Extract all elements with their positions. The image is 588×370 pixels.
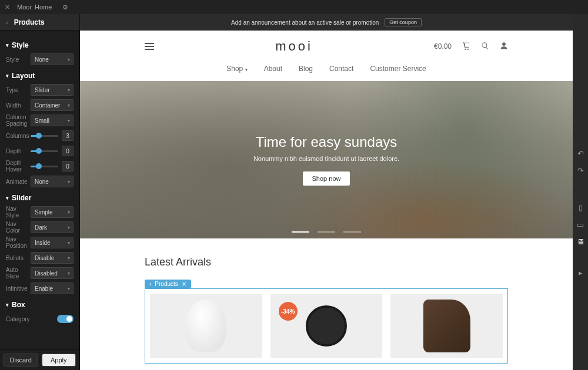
right-toolbar: ↶ ↷ ▯ ▭ 🖥 ▸: [573, 14, 588, 370]
apply-button[interactable]: Apply: [42, 354, 76, 366]
product-image: [306, 305, 347, 347]
product-image: [185, 300, 226, 352]
select-animate[interactable]: None: [31, 176, 74, 187]
depth-value[interactable]: 0: [62, 146, 74, 156]
label-width: Width: [6, 102, 31, 109]
hero-title: Time for easy sundays: [256, 134, 397, 150]
cart-icon[interactable]: [462, 42, 470, 52]
select-type[interactable]: Slider: [31, 84, 74, 96]
device-mobile-icon[interactable]: ▯: [579, 203, 583, 212]
products-grid[interactable]: -34%: [145, 288, 508, 364]
select-bullets[interactable]: Disable: [31, 252, 74, 264]
slider-depth-hover[interactable]: [31, 166, 58, 167]
label-style: Style: [6, 56, 31, 63]
search-icon[interactable]: [481, 42, 489, 52]
columns-value[interactable]: 3: [62, 130, 74, 141]
label-category: Category: [6, 316, 31, 322]
back-icon[interactable]: ‹: [6, 19, 8, 26]
label-nav-color: Nav Color: [6, 221, 31, 234]
depth-hover-value[interactable]: 0: [62, 161, 74, 171]
shop-now-button[interactable]: Shop now: [303, 171, 350, 186]
caret-down-icon: ▾: [6, 42, 9, 48]
label-animate: Animate: [6, 179, 31, 185]
select-nav-position[interactable]: Inside: [31, 237, 74, 248]
label-nav-position: Nav Position: [6, 236, 31, 249]
select-style[interactable]: None: [31, 53, 74, 65]
product-card[interactable]: -34%: [270, 294, 383, 358]
label-depth-hover: Depth Hover: [6, 160, 31, 173]
collapse-icon[interactable]: ▸: [579, 268, 583, 277]
chevron-left-icon: ‹: [149, 281, 151, 287]
slider-pagination[interactable]: [292, 231, 361, 233]
caret-down-icon: ▾: [6, 195, 9, 201]
select-width[interactable]: Container: [31, 99, 74, 111]
announcement-bar: Add an announcement about an active sale…: [80, 14, 573, 31]
site-logo[interactable]: mooi: [275, 39, 313, 54]
device-tablet-icon[interactable]: ▭: [577, 220, 584, 229]
nav-customer-service[interactable]: Customer Service: [370, 65, 426, 73]
caret-down-icon: ▾: [6, 302, 9, 308]
select-col-spacing[interactable]: Small: [31, 115, 74, 126]
hero-slider[interactable]: Time for easy sundays Nonummy nibh euism…: [80, 81, 573, 238]
announcement-text: Add an announcement about an active sale…: [231, 19, 379, 26]
discard-button[interactable]: Discard: [4, 354, 38, 366]
coupon-button[interactable]: Get coupon: [385, 18, 422, 26]
products-element-tag[interactable]: ‹Products✕: [145, 280, 191, 288]
discount-badge: -34%: [279, 302, 298, 321]
latest-arrivals-heading: Latest Arrivals: [145, 256, 508, 268]
menu-icon[interactable]: [145, 43, 154, 50]
account-icon[interactable]: [500, 42, 508, 52]
product-image: [423, 300, 470, 352]
select-auto-slide[interactable]: Disabled: [31, 267, 74, 279]
select-infinitive[interactable]: Enable: [31, 282, 74, 294]
section-box[interactable]: ▾Box: [6, 301, 74, 309]
product-card[interactable]: [150, 294, 262, 358]
chevron-down-icon: ▾: [245, 67, 248, 72]
label-depth: Depth: [6, 148, 31, 154]
gear-icon[interactable]: ⚙: [62, 4, 68, 11]
redo-icon[interactable]: ↷: [577, 166, 584, 175]
hero-subtitle: Nonummy nibh euismod tincidunt ut laoree…: [253, 155, 399, 162]
device-desktop-icon[interactable]: 🖥: [577, 237, 584, 246]
toggle-category[interactable]: [57, 315, 74, 323]
label-bullets: Bullets: [6, 255, 31, 261]
main-nav: Shop ▾ About Blog Contact Customer Servi…: [80, 59, 573, 81]
select-nav-style[interactable]: Simple: [31, 206, 74, 218]
product-card[interactable]: [390, 294, 503, 358]
label-nav-style: Nav Style: [6, 206, 31, 218]
label-col-spacing: Column Spacing: [6, 114, 31, 127]
nav-shop[interactable]: Shop ▾: [226, 65, 247, 73]
section-layout[interactable]: ▾Layout: [6, 72, 74, 80]
caret-down-icon: ▾: [6, 73, 9, 79]
slider-depth[interactable]: [31, 150, 58, 152]
nav-blog[interactable]: Blog: [299, 65, 313, 73]
label-infinitive: Infinitive: [6, 285, 31, 292]
label-type: Type: [6, 87, 31, 93]
section-slider[interactable]: ▾Slider: [6, 194, 74, 202]
preview-canvas[interactable]: Add an announcement about an active sale…: [80, 14, 573, 370]
close-icon[interactable]: ✕: [5, 4, 10, 11]
select-nav-color[interactable]: Dark: [31, 221, 74, 233]
page-title: Mooi: Home: [17, 4, 52, 11]
slider-columns[interactable]: [31, 135, 58, 137]
label-columns: Columns: [6, 133, 31, 139]
close-icon[interactable]: ✕: [182, 281, 186, 287]
nav-contact[interactable]: Contact: [329, 65, 353, 73]
label-auto-slide: Auto Slide: [6, 267, 31, 280]
cart-total: €0.00: [434, 42, 452, 51]
sidebar: ‹ Products ▾Style StyleNone ▾Layout Type…: [0, 14, 80, 370]
undo-icon[interactable]: ↶: [577, 149, 584, 158]
sidebar-title: Products: [14, 18, 45, 26]
section-style[interactable]: ▾Style: [6, 41, 74, 49]
nav-about[interactable]: About: [264, 65, 282, 73]
